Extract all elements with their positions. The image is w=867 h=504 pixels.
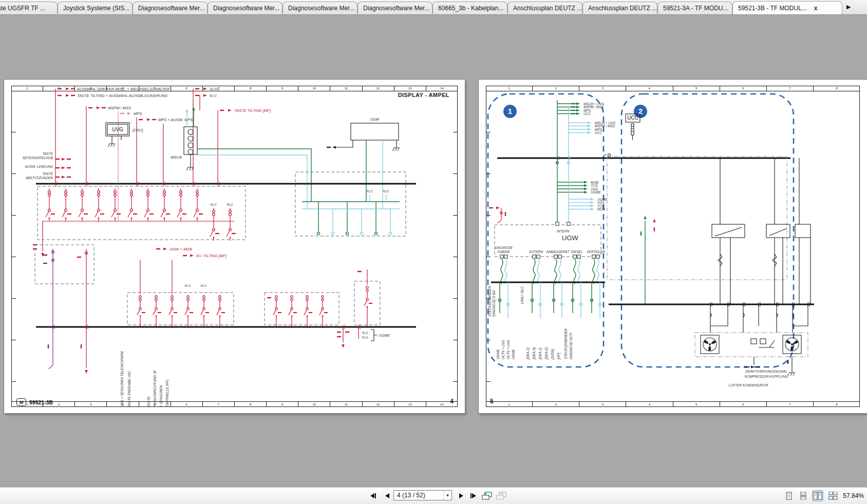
previous-view-icon: [481, 491, 493, 500]
svg-text:UGME: UGME: [379, 333, 390, 338]
page-number-input[interactable]: [394, 492, 443, 499]
svg-text:EXTERN: EXTERN: [530, 250, 543, 254]
tab-document-2[interactable]: Joystick Systeme (SIS...: [58, 2, 133, 14]
ugw-box: INTERN UGW DIAGNOSE KABINE EXTERN ANBAUG…: [495, 222, 605, 258]
next-page-button[interactable]: [455, 490, 467, 502]
sheet-page-number: 5: [490, 398, 494, 405]
rotated-labels: STECKVERBINDER DIAGNOSE D BD LIRA / SILC…: [488, 286, 573, 360]
tab-label: Anschlussplan DEUTZ ...: [513, 5, 582, 12]
layout-single-page-button[interactable]: [784, 491, 794, 501]
svg-text:N.U.: N.U.: [227, 203, 234, 206]
svg-text:TASTE TILTING + AUSWAHL ACHSBL: TASTE TILTING + AUSWAHL ACHSBLOCKIERUNG: [77, 93, 167, 98]
svg-text:DIESEL: DIESEL: [571, 250, 583, 254]
below-bus2-wiring: [498, 282, 601, 318]
next-view-button[interactable]: [495, 490, 507, 502]
last-page-button[interactable]: [467, 490, 480, 502]
tab-document-11-active[interactable]: 59521-3B - TF MODUL... x: [732, 1, 842, 14]
red-motif: [489, 206, 505, 223]
tab-document-1[interactable]: lerliste UGSFR TF ...: [0, 2, 58, 14]
page-sheet-4: 1234567891011121314 1234567891011121314 …: [4, 80, 465, 413]
tab-scroll-right-icon[interactable]: ▶: [846, 4, 851, 10]
layout-two-page-continuous-button[interactable]: [828, 491, 838, 501]
sheet4-schematic: AUSWAHL GREIFER MISC. + WECHSELSCHALTER …: [4, 80, 465, 413]
svg-text:UGME: UGME: [512, 349, 515, 359]
tab-document-4[interactable]: Diagnosesoftware Mer...: [208, 2, 282, 14]
first-page-button[interactable]: [367, 490, 379, 502]
svg-text:LÜFTER KONDENSATOR: LÜFTER KONDENSATOR: [729, 383, 768, 387]
continuous-pages-icon: [800, 492, 807, 500]
svg-text:KOMPRESSOR-KUPPLUNG: KOMPRESSOR-KUPPLUNG: [745, 375, 788, 378]
brand-logo-icon: M: [16, 398, 26, 406]
tab-document-5[interactable]: Diagnosesoftware Mer...: [282, 2, 357, 14]
svg-text:ABSTÜTZUNGEN: ABSTÜTZUNGEN: [25, 176, 53, 180]
svg-text:DIAGNOSE: DIAGNOSE: [495, 246, 513, 249]
svg-text:UGME: UGME: [591, 190, 601, 194]
svg-text:ZAPFWELLE (HF): ZAPFWELLE (HF): [165, 380, 169, 408]
canbus-cyan: MSCB + UVG MSPM / MSS MPS UCC UGME UGS T…: [569, 106, 615, 225]
svg-text:[HF]: [HF]: [557, 353, 561, 360]
rotated-labels: UGS + SENSOREN TELESKOPARM TASTE FREIGAB…: [120, 351, 169, 408]
svg-text:N.U.: N.U.: [210, 93, 217, 98]
tab-document-3[interactable]: Diagnosesoftware Mer...: [133, 2, 208, 14]
last-page-icon: [470, 493, 477, 499]
svg-text:UGW + MOB: UGW + MOB: [169, 247, 192, 251]
svg-text:UCTV + LVD: UCTV + LVD: [501, 340, 505, 359]
two-page-icon: [813, 492, 822, 500]
uvg-box: ​ UVG [CDC]: [106, 123, 143, 147]
previous-page-button[interactable]: [381, 490, 393, 502]
svg-text:N.U.: N.U.: [201, 284, 208, 287]
svg-text:MPS + AUSW. MPS: MPS + AUSW. MPS: [158, 118, 193, 122]
previous-view-button[interactable]: [481, 490, 493, 502]
red-wire-network: AUSWAHL GREIFER MISC. + WECHSELSCHALTER …: [22, 87, 271, 182]
svg-text:[DEA.A]: [DEA.A]: [532, 347, 536, 360]
document-canvas: 1234567891011121314 1234567891011121314 …: [0, 14, 867, 488]
svg-text:MOB: MOB: [597, 207, 605, 211]
tab-close-icon[interactable]: x: [814, 5, 818, 12]
svg-text:[DEA.1]: [DEA.1]: [538, 347, 542, 360]
svg-text:UGM: UGM: [370, 117, 379, 122]
svg-text:UGS + SENSOREN TELESKOPARM: UGS + SENSOREN TELESKOPARM: [120, 351, 124, 407]
region-2-outline: [621, 94, 794, 367]
svg-text:UGME: UGME: [496, 349, 500, 359]
svg-text:INTERN: INTERN: [557, 229, 570, 233]
page-dropdown-icon[interactable]: ▼: [443, 491, 451, 500]
tab-label: 59521-3A - TF MODU...: [663, 5, 728, 12]
svg-text:EV. TILTING [MF]: EV. TILTING [MF]: [196, 254, 227, 258]
svg-text:MSCB: MSCB: [171, 155, 182, 160]
layout-two-page-button[interactable]: [813, 491, 823, 501]
zoom-level[interactable]: 57.84%: [843, 492, 864, 499]
tab-document-10[interactable]: 59521-3A - TF MODU...: [657, 2, 732, 14]
region-1-badge: 1: [503, 105, 517, 118]
svg-text:DIAGNOSE D BD: DIAGNOSE D BD: [492, 290, 496, 317]
switch-box-a: N.U. N.U.: [33, 184, 246, 257]
region-2-circuit: P: [604, 153, 811, 304]
switch-box-e: [354, 269, 380, 327]
region-1-outline: [488, 94, 604, 367]
navigation-toolbar: ▼ 57.84%: [0, 487, 867, 504]
svg-text:AUSWAHL GREIFER MISC. + WECHSE: AUSWAHL GREIFER MISC. + WECHSELSCHALTER: [77, 87, 170, 91]
tab-document-6[interactable]: Diagnosesoftware Mer...: [357, 2, 432, 14]
svg-text:P: P: [604, 153, 607, 157]
tab-document-9[interactable]: Anschlussplan DEUTZ ...: [582, 2, 657, 14]
svg-text:DIAGNOSE UCTI: DIAGNOSE UCTI: [569, 333, 573, 359]
ucc-box: UCC: [626, 114, 640, 140]
page-number-field[interactable]: ▼: [393, 490, 452, 500]
layout-continuous-button[interactable]: [798, 491, 808, 501]
tab-document-7[interactable]: 60665_3b - Kabelplan...: [432, 2, 507, 14]
single-page-icon: [785, 492, 793, 500]
switch-box-c: UGW + MOB EV. TILTING [MF] N.U. N.U.: [127, 247, 234, 327]
svg-text:UCC: UCC: [583, 112, 591, 115]
svg-text:LIRA / SILC: LIRA / SILC: [520, 286, 524, 304]
svg-text:[DEA.E]: [DEA.E]: [544, 347, 549, 360]
svg-text:UVG: UVG: [112, 127, 123, 132]
svg-text:DEAKTIVIERUNGSSIGNAL: DEAKTIVIERUNGSSIGNAL: [745, 370, 787, 373]
tab-label: Joystick Systeme (SIS...: [63, 5, 129, 12]
svg-text:SEITENVERSCHUB: SEITENVERSCHUB: [22, 156, 53, 160]
tab-label: Diagnosesoftware Mer...: [213, 5, 279, 12]
tab-label: Diagnosesoftware Mer...: [288, 5, 354, 12]
svg-text:N.U.: N.U.: [185, 284, 192, 287]
tab-document-8[interactable]: Anschlussplan DEUTZ ...: [507, 2, 582, 14]
svg-text:KABINE: KABINE: [498, 250, 511, 254]
fan-circuit: DEAKTIVIERUNGSSIGNAL KOMPRESSOR-KUPPLUNG…: [695, 302, 809, 387]
next-page-icon: [458, 493, 464, 499]
